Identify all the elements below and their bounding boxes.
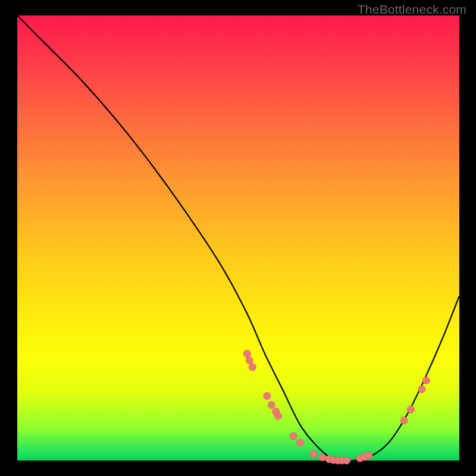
data-point (319, 454, 326, 461)
data-point (310, 450, 317, 458)
data-point (407, 406, 414, 413)
data-point (297, 439, 304, 446)
data-point (268, 402, 275, 409)
data-point (243, 350, 250, 357)
chart-svg (17, 15, 459, 461)
data-point (422, 377, 430, 384)
data-point (264, 393, 271, 400)
data-point (274, 412, 281, 419)
chart-plot-area (17, 15, 459, 461)
watermark-text: TheBottleneck.com (358, 2, 466, 17)
data-point (418, 386, 425, 393)
data-point (365, 452, 372, 459)
data-point (343, 457, 350, 464)
data-point (400, 417, 408, 424)
data-point (249, 364, 256, 371)
data-point (246, 357, 253, 364)
bottleneck-curve (17, 15, 459, 462)
data-point (290, 433, 297, 440)
